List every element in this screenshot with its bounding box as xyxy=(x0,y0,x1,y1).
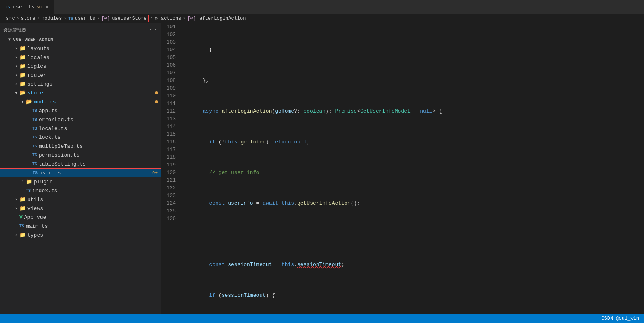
bc-modules: modules xyxy=(42,16,62,21)
code-container[interactable]: 101 102 103 104 105 106 107 108 109 110 … xyxy=(161,23,644,314)
bc-sep1: › xyxy=(17,16,19,21)
views-folder-icon: 📁 xyxy=(19,205,26,212)
root-label: VUE-VBEN-ADMIN xyxy=(13,37,53,42)
bc-src: src xyxy=(6,16,15,21)
breadcrumb-highlight: src › store › modules › TS user.ts › [⊕]… xyxy=(4,15,149,22)
breadcrumb-bar: src › store › modules › TS user.ts › [⊕]… xyxy=(0,14,644,23)
index-ts-label: index.ts xyxy=(32,188,161,194)
code-line-101: } xyxy=(184,46,644,54)
tab-bar: TS user.ts 9+ ✕ xyxy=(0,0,644,14)
sidebar-dots[interactable]: ··· xyxy=(144,26,158,34)
code-line-106: const userInfo = await this.getUserInfoA… xyxy=(184,199,644,207)
line-numbers: 101 102 103 104 105 106 107 108 109 110 … xyxy=(161,23,181,314)
plugin-folder-icon: 📁 xyxy=(26,178,32,185)
sidebar-item-layouts[interactable]: › 📁 layouts xyxy=(0,44,161,53)
sidebar-item-logics[interactable]: › 📁 logics xyxy=(0,62,161,71)
multipletab-ts-label: multipleTab.ts xyxy=(39,143,161,149)
sidebar-item-errorlog-ts[interactable]: › TS errorLog.ts xyxy=(0,115,161,124)
tab-label: user.ts xyxy=(13,4,35,10)
code-line-109: if (sessionTimeout) { xyxy=(184,292,644,299)
store-dot xyxy=(155,91,158,94)
bc-sym-icon: [⊙] xyxy=(188,15,196,21)
errorlog-ts-icon: TS xyxy=(32,117,37,122)
locales-arrow: › xyxy=(13,55,19,60)
utils-label: utils xyxy=(27,197,161,203)
user-ts-badge: 9+ xyxy=(152,170,158,175)
modules-folder-icon: 📂 xyxy=(26,99,32,105)
sidebar-item-user-ts[interactable]: › TS user.ts 9+ xyxy=(0,168,161,177)
sidebar-item-types[interactable]: › 📁 types xyxy=(0,231,161,239)
lock-ts-icon: TS xyxy=(32,135,37,140)
sidebar-item-main-ts[interactable]: › TS main.ts xyxy=(0,222,161,231)
index-ts-icon: TS xyxy=(26,189,31,193)
bc-symbol: [⊕] xyxy=(101,15,110,21)
sidebar-item-router[interactable]: › 📁 router xyxy=(0,71,161,80)
views-label: views xyxy=(27,206,161,212)
modules-label: modules xyxy=(34,99,155,105)
sidebar-item-views[interactable]: › 📁 views xyxy=(0,204,161,213)
sidebar-item-settings[interactable]: › 📁 settings xyxy=(0,80,161,88)
sidebar-item-permission-ts[interactable]: › TS permission.ts xyxy=(0,151,161,159)
bc-ts-badge: TS xyxy=(68,16,73,21)
types-folder-icon: 📁 xyxy=(19,232,26,238)
logics-arrow: › xyxy=(13,64,19,69)
sidebar-item-store[interactable]: ▼ 📂 store xyxy=(0,88,161,97)
sidebar-item-locales[interactable]: › 📁 locales xyxy=(0,53,161,62)
sidebar-item-tablesetting-ts[interactable]: › TS tableSetting.ts xyxy=(0,159,161,168)
settings-arrow: › xyxy=(13,82,19,86)
locale-ts-label: locale.ts xyxy=(39,126,161,132)
tablesetting-ts-label: tableSetting.ts xyxy=(39,161,161,167)
app-vue-icon: V xyxy=(19,214,23,220)
plugin-label: plugin xyxy=(34,179,161,185)
locales-label: locales xyxy=(27,55,161,61)
app-ts-icon: TS xyxy=(32,109,37,113)
logics-folder-icon: 📁 xyxy=(19,63,26,69)
user-ts-icon: TS xyxy=(33,171,38,175)
sidebar-item-index-ts[interactable]: › TS index.ts xyxy=(0,186,161,195)
code-line-103: async afterLoginAction(goHome?: boolean)… xyxy=(184,107,644,115)
status-right-text: CSDN @cui_win xyxy=(601,316,639,321)
store-label: store xyxy=(27,90,155,96)
user-ts-label: user.ts xyxy=(39,170,152,176)
views-arrow: › xyxy=(13,206,19,211)
settings-folder-icon: 📁 xyxy=(19,81,26,87)
sidebar-title: 资源管理器 xyxy=(3,27,27,33)
bc-use-user-store: useUserStore xyxy=(112,16,146,21)
sidebar-item-app-ts[interactable]: › TS app.ts xyxy=(0,106,161,115)
bc-sep5: › xyxy=(150,16,153,21)
logics-label: logics xyxy=(27,63,161,69)
store-arrow: ▼ xyxy=(13,91,19,95)
types-label: types xyxy=(27,232,161,238)
code-lines: } }, async afterLoginAction(goHome?: boo… xyxy=(181,23,644,314)
bc-actions: actions xyxy=(161,16,181,21)
sidebar-item-plugin[interactable]: › 📁 plugin xyxy=(0,177,161,186)
code-line-107 xyxy=(184,230,644,238)
code-line-105: // get user info xyxy=(184,169,644,176)
sidebar-item-locale-ts[interactable]: › TS locale.ts xyxy=(0,124,161,133)
sidebar-item-lock-ts[interactable]: › TS lock.ts xyxy=(0,133,161,142)
multipletab-ts-icon: TS xyxy=(32,144,37,149)
tab-modified: 9+ xyxy=(37,5,42,10)
bc-sep6: › xyxy=(183,16,185,21)
router-arrow: › xyxy=(13,73,19,78)
types-arrow: › xyxy=(13,233,19,237)
sidebar-root[interactable]: ▼ VUE-VBEN-ADMIN xyxy=(0,35,161,44)
sidebar-item-app-vue[interactable]: › V App.vue xyxy=(0,213,161,222)
sidebar-item-modules[interactable]: ▼ 📂 modules xyxy=(0,97,161,106)
utils-folder-icon: 📁 xyxy=(19,196,26,203)
bc-store: store xyxy=(21,16,35,21)
code-line-102: }, xyxy=(184,77,644,84)
sidebar-header: 资源管理器 ··· xyxy=(0,25,161,35)
lock-ts-label: lock.ts xyxy=(39,134,161,141)
editor-area: 101 102 103 104 105 106 107 108 109 110 … xyxy=(161,23,644,314)
code-line-104: if (!this.getToken) return null; xyxy=(184,138,644,146)
app-ts-label: app.ts xyxy=(39,108,161,114)
router-folder-icon: 📁 xyxy=(19,72,26,78)
tab-user-ts[interactable]: TS user.ts 9+ ✕ xyxy=(0,0,54,14)
ts-badge: TS xyxy=(5,5,10,10)
root-arrow: ▼ xyxy=(6,38,13,42)
sidebar-item-multipletab-ts[interactable]: › TS multipleTab.ts xyxy=(0,142,161,151)
sidebar-item-utils[interactable]: › 📁 utils xyxy=(0,195,161,204)
tab-close-button[interactable]: ✕ xyxy=(45,3,49,11)
store-folder-icon: 📂 xyxy=(19,90,26,96)
